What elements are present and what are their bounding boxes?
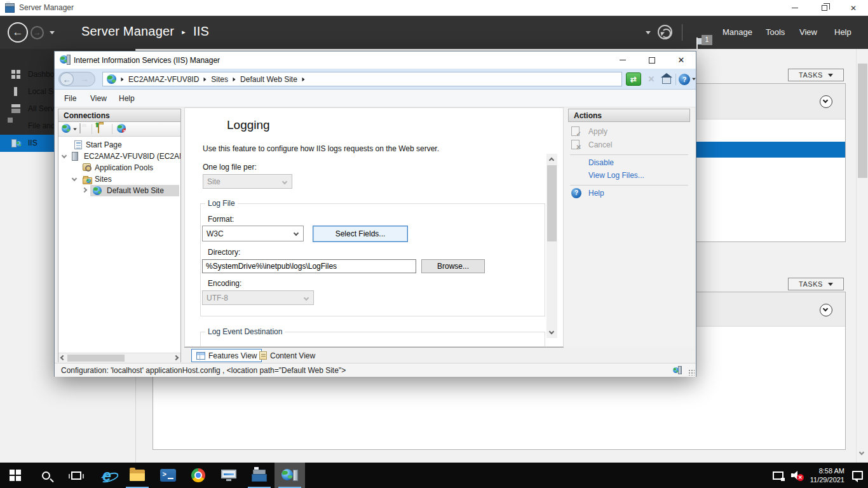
connection-dropdown-icon[interactable] [73, 128, 77, 131]
tasks-dropdown-icon [828, 74, 833, 77]
create-connection-icon[interactable] [62, 124, 71, 133]
taskbar-chrome[interactable] [183, 463, 214, 488]
taskbar-server-manager[interactable] [244, 463, 275, 488]
notification-badge[interactable]: 1 [702, 35, 712, 45]
tasks-button-bottom[interactable]: TASKS [788, 278, 844, 290]
menu-help[interactable]: Help [119, 94, 135, 103]
breadcrumb-root[interactable]: Server Manager [81, 24, 174, 38]
expand-collapse-icon[interactable] [82, 187, 87, 193]
browse-button[interactable]: Browse... [421, 259, 485, 273]
iis-window-title: Internet Information Services (IIS) Mana… [74, 56, 220, 65]
taskbar-search-button[interactable] [31, 463, 61, 488]
features-view-icon [196, 352, 205, 360]
taskbar-internet-explorer[interactable]: e [92, 463, 122, 488]
vscrollbar-thumb[interactable] [547, 165, 557, 241]
collapse-panel-icon[interactable] [820, 304, 832, 316]
scroll-left-icon[interactable] [60, 355, 65, 360]
help-action[interactable]: Help [588, 189, 604, 198]
expand-collapse-icon[interactable] [72, 176, 77, 181]
scroll-up-icon[interactable] [546, 154, 557, 165]
tasks-button-top[interactable]: TASKS [788, 69, 844, 81]
hscrollbar-thumb[interactable] [67, 355, 125, 362]
menu-help[interactable]: Help [834, 27, 851, 37]
view-log-files-action[interactable]: View Log Files... [588, 171, 644, 180]
resize-grip[interactable] [688, 369, 695, 376]
help-icon[interactable]: ? [678, 72, 691, 86]
menu-view[interactable]: View [90, 94, 107, 103]
address-breadcrumb[interactable]: EC2AMAZ-VFUV8ID Sites Default Web Site [102, 72, 622, 86]
up-level-folder-icon[interactable]: ⬆ [98, 123, 99, 133]
collapse-panel-icon[interactable] [820, 95, 832, 108]
menu-file[interactable]: File [64, 94, 76, 103]
server-manager-window-controls: ✕ [780, 0, 868, 16]
help-dropdown-icon[interactable] [692, 78, 696, 81]
minimize-icon[interactable] [608, 51, 637, 69]
expand-collapse-icon[interactable] [62, 153, 67, 158]
minimize-icon[interactable] [780, 0, 810, 16]
connections-hscrollbar[interactable] [58, 353, 180, 362]
help-icon[interactable]: ? [571, 188, 581, 198]
feature-pane-scrollbar[interactable] [546, 154, 557, 338]
chevron-down-icon [304, 295, 309, 301]
tray-time: 8:58 AM [810, 466, 844, 475]
site-globe-icon [107, 74, 116, 84]
disconnect-icon[interactable]: ✕ [117, 124, 126, 133]
close-icon[interactable]: ✕ [667, 51, 696, 69]
refresh-icon[interactable] [658, 25, 672, 39]
directory-input[interactable] [202, 259, 416, 273]
volume-muted-icon[interactable]: ✕ [791, 471, 803, 480]
crumb-sites[interactable]: Sites [211, 75, 228, 84]
tray-date: 11/29/2021 [810, 475, 844, 484]
nav-history-dropdown-icon[interactable] [50, 31, 55, 34]
taskbar-system-monitor[interactable] [214, 463, 244, 488]
connections-tree: Start Page EC2AMAZ-VFUV8ID (EC2AMA Appli… [58, 137, 180, 353]
scroll-down-icon[interactable] [546, 327, 557, 338]
taskbar-file-explorer[interactable] [122, 463, 153, 488]
format-select[interactable]: W3C [202, 226, 304, 241]
crumb-separator-icon[interactable] [302, 77, 304, 81]
task-view-button[interactable] [61, 463, 92, 488]
menu-manage[interactable]: Manage [722, 27, 752, 37]
menu-tools[interactable]: Tools [766, 27, 785, 37]
scroll-down-icon[interactable] [859, 450, 864, 455]
tab-content-view[interactable]: Content View [255, 349, 320, 362]
close-icon[interactable]: ✕ [839, 0, 868, 16]
start-button[interactable] [0, 463, 31, 488]
header-dropdown-icon[interactable] [646, 31, 651, 34]
select-fields-button[interactable]: Select Fields... [313, 226, 408, 242]
tree-item-default-web-site[interactable]: Default Web Site [58, 185, 180, 196]
file-explorer-icon [130, 470, 145, 481]
menu-view[interactable]: View [799, 27, 817, 37]
maximize-icon[interactable] [637, 51, 667, 69]
disable-action[interactable]: Disable [588, 158, 614, 167]
server-manager-scrollbar[interactable] [856, 49, 868, 463]
actions-divider [570, 154, 688, 155]
taskbar-iis-manager[interactable] [275, 463, 305, 488]
scroll-right-icon[interactable] [173, 355, 179, 360]
back-icon[interactable]: ← [60, 72, 74, 86]
tree-item-server[interactable]: EC2AMAZ-VFUV8ID (EC2AMA [58, 151, 180, 162]
forward-button[interactable]: → [31, 26, 44, 39]
powershell-icon [160, 469, 176, 482]
crumb-server[interactable]: EC2AMAZ-VFUV8ID [128, 75, 199, 84]
logging-feature-pane: Logging Use this feature to configure ho… [184, 107, 564, 347]
restore-icon[interactable] [810, 0, 839, 16]
go-icon[interactable]: ⇄ [626, 72, 641, 86]
crumb-default-web-site[interactable]: Default Web Site [240, 75, 297, 84]
crumb-separator-icon[interactable] [204, 77, 207, 81]
server-manager-icon [252, 470, 267, 482]
crumb-separator-icon[interactable] [121, 77, 124, 81]
windows-logo-icon [10, 470, 21, 481]
action-center-icon[interactable] [852, 471, 863, 480]
home-icon[interactable] [659, 72, 674, 86]
toolbar-separator [92, 124, 92, 134]
back-button[interactable]: ← [8, 22, 28, 43]
tab-features-view[interactable]: Features View [191, 349, 262, 362]
taskbar-clock[interactable]: 8:58 AM 11/29/2021 [810, 466, 844, 484]
taskbar-powershell[interactable] [153, 463, 183, 488]
crumb-separator-icon[interactable] [233, 77, 236, 81]
log-file-group-label: Log File [205, 199, 238, 208]
forward-icon[interactable]: → [78, 72, 92, 86]
network-icon[interactable] [773, 471, 783, 480]
scrollbar-thumb[interactable] [858, 64, 867, 178]
